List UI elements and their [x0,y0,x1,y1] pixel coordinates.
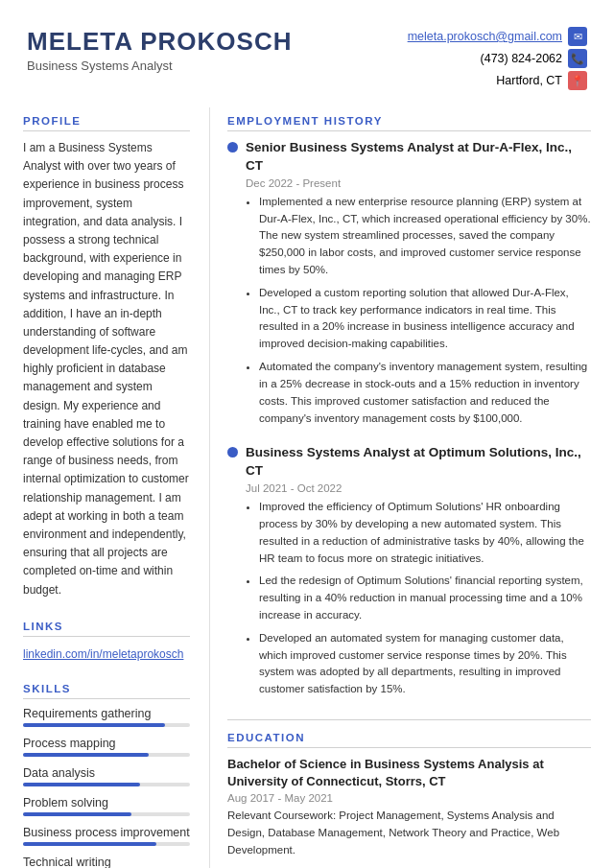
skill-name: Problem solving [23,796,190,809]
phone-text: (473) 824-2062 [481,52,562,65]
contact-location: Hartford, CT 📍 [496,71,587,90]
candidate-title: Business Systems Analyst [27,59,292,73]
skills-list: Requirements gathering Process mapping D… [23,707,190,868]
contact-phone: (473) 824-2062 📞 [481,49,587,68]
bullet-item: Automated the company's inventory manage… [259,359,591,427]
skill-bar-fill [23,812,131,816]
bullet-item: Developed an automated system for managi… [259,630,591,698]
skill-item: Technical writing [23,856,190,868]
resume-page: MELETA PROKOSCH Business Systems Analyst… [0,0,614,868]
education-section-title: EDUCATION [227,732,591,748]
skill-name: Requirements gathering [23,707,190,720]
email-link[interactable]: meleta.prokosch@gmail.com [408,30,562,43]
employment-section: EMPLOYMENT HISTORY Senior Business Syste… [227,115,591,698]
job-title: Senior Business Systems Analyst at Dur-A… [246,139,591,176]
body: PROFILE I am a Business Systems Analyst … [0,107,614,868]
job-title-row: Business Systems Analyst at Optimum Solu… [227,444,591,481]
edu-date: Aug 2017 - May 2021 [227,792,591,804]
skill-item: Data analysis [23,766,190,786]
coursework-label: Relevant Coursework: [227,809,336,821]
location-icon: 📍 [568,71,587,90]
skill-item: Business process improvement [23,826,190,846]
skill-bar-bg [23,842,190,846]
skill-bar-bg [23,783,190,786]
education-divider [227,719,591,720]
edu-coursework: Relevant Coursework: Project Management,… [227,808,591,858]
skills-section: SKILLS Requirements gathering Process ma… [23,683,190,868]
skill-name: Process mapping [23,737,190,750]
employment-list: Senior Business Systems Analyst at Dur-A… [227,139,591,698]
links-section-title: LINKS [23,621,190,637]
candidate-name: MELETA PROKOSCH [27,27,292,57]
bullet-item: Developed a custom reporting solution th… [259,285,591,353]
edu-degree: Bachelor of Science in Business Systems … [227,756,591,790]
job-date: Jul 2021 - Oct 2022 [246,482,591,494]
job-item: Senior Business Systems Analyst at Dur-A… [227,139,591,427]
employment-section-title: EMPLOYMENT HISTORY [227,115,591,131]
job-bullets: Implemented a new enterprise resource pl… [246,194,591,428]
skills-section-title: SKILLS [23,683,190,699]
job-title: Business Systems Analyst at Optimum Solu… [246,444,591,481]
skill-bar-fill [23,753,149,757]
job-bullets: Improved the efficiency of Optimum Solut… [246,499,591,698]
bullet-item: Led the redesign of Optimum Solutions' f… [259,573,591,623]
job-title-row: Senior Business Systems Analyst at Dur-A… [227,139,591,176]
skill-bar-bg [23,812,190,816]
bullet-item: Implemented a new enterprise resource pl… [259,194,591,279]
job-date: Dec 2022 - Present [246,177,591,189]
profile-section: PROFILE I am a Business Systems Analyst … [23,115,190,599]
skill-bar-fill [23,783,140,786]
right-column: EMPLOYMENT HISTORY Senior Business Syste… [209,107,614,868]
links-section: LINKS linkedin.com/in/meletaprokosch [23,621,190,662]
profile-text: I am a Business Systems Analyst with ove… [23,139,190,599]
email-icon: ✉ [568,27,587,46]
skill-bar-fill [23,842,156,846]
skill-item: Problem solving [23,796,190,816]
skill-name: Technical writing [23,856,190,868]
header: MELETA PROKOSCH Business Systems Analyst… [0,0,614,107]
skill-name: Data analysis [23,766,190,780]
phone-icon: 📞 [568,49,587,68]
profile-section-title: PROFILE [23,115,190,131]
bullet-item: Improved the efficiency of Optimum Solut… [259,499,591,567]
job-item: Business Systems Analyst at Optimum Solu… [227,444,591,698]
education-section: EDUCATION Bachelor of Science in Busines… [227,719,591,859]
skill-bar-fill [23,723,165,727]
skill-bar-bg [23,753,190,757]
job-dot [227,447,238,457]
linkedin-link[interactable]: linkedin.com/in/meletaprokosch [23,647,183,661]
skill-bar-bg [23,723,190,727]
contact-email: meleta.prokosch@gmail.com ✉ [408,27,587,46]
skill-item: Process mapping [23,737,190,757]
header-right: meleta.prokosch@gmail.com ✉ (473) 824-20… [408,27,587,90]
left-column: PROFILE I am a Business Systems Analyst … [0,107,209,868]
job-dot [227,142,238,152]
location-text: Hartford, CT [496,74,562,87]
skill-name: Business process improvement [23,826,190,839]
skill-item: Requirements gathering [23,707,190,727]
header-left: MELETA PROKOSCH Business Systems Analyst [27,27,292,73]
